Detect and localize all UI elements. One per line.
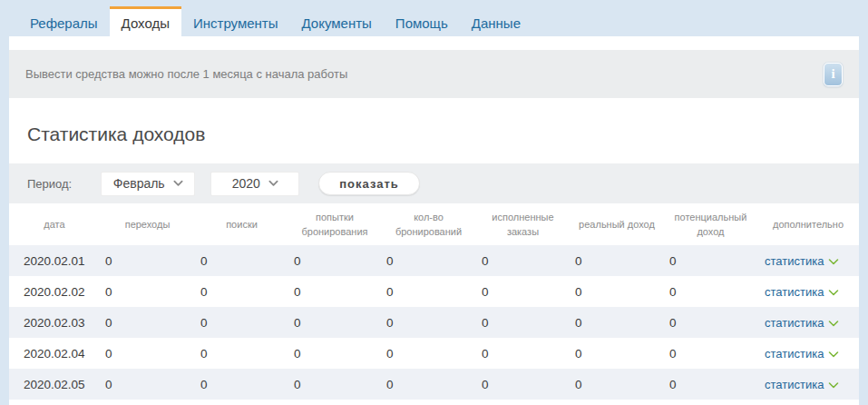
table-row: 2020.02.03 0 0 0 0 0 0 0 статистика [9, 307, 859, 338]
date-cell: 2020.02.04 [9, 338, 100, 369]
chevron-down-icon[interactable] [828, 320, 839, 328]
value-cell: 0 [570, 276, 664, 307]
value-cell: 0 [381, 245, 476, 276]
content-panel: Вывести средства можно после 1 месяца с … [9, 36, 859, 405]
chevron-down-icon[interactable] [828, 381, 839, 390]
value-cell: 0 [288, 307, 381, 338]
extra-cell: статистика [757, 307, 859, 338]
table-row: 2020.02.01 0 0 0 0 0 0 0 статистика [9, 245, 859, 276]
value-cell: 0 [664, 276, 757, 307]
statistics-link[interactable]: статистика [765, 254, 824, 268]
value-cell: 0 [664, 245, 757, 276]
value-cell: 0 [570, 307, 664, 338]
value-cell: 0 [664, 338, 757, 369]
date-cell: 2020.02.01 [9, 245, 100, 276]
value-cell: 0 [288, 369, 381, 400]
value-cell: 0 [476, 338, 570, 369]
value-cell: 0 [570, 338, 664, 369]
value-cell: 0 [195, 245, 288, 276]
column-header-bookings-count: кол-во бронирований [381, 203, 476, 245]
value-cell: 0 [381, 369, 476, 400]
value-cell: 0 [476, 369, 570, 400]
period-bar: Период: Февраль 2020 показать [9, 163, 859, 203]
column-header-clicks: переходы [100, 203, 195, 245]
value-cell: 0 [288, 245, 381, 276]
year-select[interactable]: 2020 [210, 172, 299, 196]
table-row: 2020.02.02 0 0 0 0 0 0 0 статистика [9, 276, 859, 307]
value-cell: 0 [100, 307, 195, 338]
value-cell: 0 [570, 245, 664, 276]
value-cell: 0 [195, 369, 288, 400]
value-cell: 0 [100, 245, 195, 276]
chevron-down-icon [268, 180, 278, 187]
tab-documents[interactable]: Документы [290, 9, 384, 36]
value-cell: 0 [100, 369, 195, 400]
value-cell: 0 [476, 276, 570, 307]
table-row: 2020.02.04 0 0 0 0 0 0 0 статистика [9, 338, 859, 369]
tab-income[interactable]: Доходы [110, 6, 181, 36]
value-cell: 0 [476, 245, 570, 276]
chevron-down-icon [173, 180, 183, 187]
value-cell: 0 [288, 276, 381, 307]
column-header-completed-orders: исполненные заказы [476, 203, 570, 245]
statistics-link[interactable]: статистика [765, 285, 824, 299]
column-header-potential-income: потенциальный доход [664, 203, 757, 245]
month-select[interactable]: Февраль [101, 172, 195, 196]
month-select-value: Февраль [113, 176, 165, 191]
column-header-additional: дополнительно [757, 203, 859, 245]
date-cell: 2020.02.03 [9, 307, 100, 338]
chevron-down-icon[interactable] [828, 258, 839, 266]
date-cell: 2020.02.02 [9, 276, 100, 307]
table-row: 2020.02.05 0 0 0 0 0 0 0 статистика [9, 369, 859, 400]
next-row-partial [9, 400, 859, 405]
column-header-booking-attempts: попытки бронирования [288, 203, 381, 245]
chevron-down-icon[interactable] [828, 351, 839, 359]
column-header-real-income: реальный доход [570, 203, 664, 245]
value-cell: 0 [476, 307, 570, 338]
income-table: дата переходы поиски попытки бронировани… [9, 203, 859, 400]
title-section: Статистика доходов [9, 98, 859, 163]
tab-referrals[interactable]: Рефералы [18, 9, 110, 36]
period-label: Период: [27, 177, 72, 191]
value-cell: 0 [664, 307, 757, 338]
year-select-value: 2020 [232, 176, 260, 191]
value-cell: 0 [195, 276, 288, 307]
banner-text: Вывести средства можно после 1 месяца с … [25, 67, 824, 81]
value-cell: 0 [381, 338, 476, 369]
show-button[interactable]: показать [318, 172, 420, 195]
value-cell: 0 [381, 276, 476, 307]
column-header-date: дата [9, 203, 100, 245]
value-cell: 0 [381, 307, 476, 338]
value-cell: 0 [195, 307, 288, 338]
info-banner: Вывести средства можно после 1 месяца с … [9, 50, 859, 98]
chevron-down-icon[interactable] [828, 289, 839, 297]
statistics-link[interactable]: статистика [765, 378, 824, 391]
statistics-link[interactable]: статистика [765, 316, 824, 330]
value-cell: 0 [100, 276, 195, 307]
table-header: дата переходы поиски попытки бронировани… [9, 203, 859, 245]
tab-help[interactable]: Помощь [384, 9, 460, 36]
extra-cell: статистика [757, 338, 859, 369]
page: { "tabs": { "items": [ { "label": "Рефер… [0, 0, 868, 405]
value-cell: 0 [664, 369, 757, 400]
column-header-searches: поиски [195, 203, 288, 245]
tab-data[interactable]: Данные [460, 9, 532, 36]
page-title: Статистика доходов [27, 123, 841, 145]
date-cell: 2020.02.05 [9, 369, 100, 400]
extra-cell: статистика [757, 369, 859, 400]
value-cell: 0 [288, 338, 381, 369]
value-cell: 0 [100, 338, 195, 369]
extra-cell: статистика [757, 276, 859, 307]
value-cell: 0 [570, 369, 664, 400]
statistics-link[interactable]: статистика [765, 347, 824, 361]
extra-cell: статистика [757, 245, 859, 276]
tab-bar: Рефералы Доходы Инструменты Документы По… [0, 0, 868, 36]
info-icon[interactable]: i [824, 63, 843, 86]
tab-tools[interactable]: Инструменты [181, 9, 290, 36]
value-cell: 0 [195, 338, 288, 369]
